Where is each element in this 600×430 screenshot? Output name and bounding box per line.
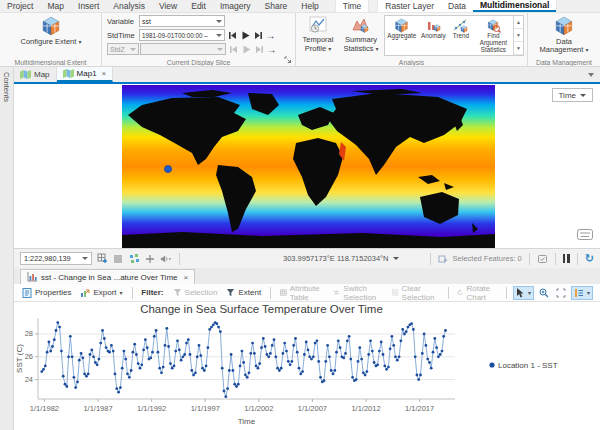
data-management-button[interactable]: Data Management ▾ xyxy=(534,14,594,55)
svg-text:24: 24 xyxy=(25,375,33,384)
view-tab-map[interactable]: Map xyxy=(14,67,57,82)
stdz-select[interactable]: StdZ xyxy=(107,43,139,55)
chart-area[interactable]: 2426281/1/19821/1/19871/1/19921/1/19971/… xyxy=(14,302,600,430)
legend-icon xyxy=(574,288,584,298)
map-scale-select[interactable]: 1:222,980,139 xyxy=(20,252,92,265)
stdz-next-slice-button[interactable]: → xyxy=(265,44,278,55)
combo-arrow-icon xyxy=(216,20,222,23)
tab-multidimensional[interactable]: Multidimensional xyxy=(473,0,556,12)
selected-features-icon xyxy=(438,254,449,264)
svg-text:1/1/2002: 1/1/2002 xyxy=(244,404,273,413)
combo-arrow-icon xyxy=(130,48,136,51)
time-slider-button[interactable]: Time xyxy=(552,88,593,102)
zoom-in-icon xyxy=(539,288,549,298)
tab-view[interactable]: View xyxy=(152,0,184,12)
divider xyxy=(448,287,449,299)
step-back-button[interactable] xyxy=(226,29,238,41)
stdtime-select[interactable]: 1981-09-01T00:00:00 – xyxy=(139,29,225,41)
refresh-button[interactable]: ↻ xyxy=(585,252,594,265)
summary-statistics-button[interactable]: Summary Statistics ▾ xyxy=(340,14,382,55)
basemap-square-icon[interactable] xyxy=(112,253,124,265)
chart-pointer-tool-button[interactable]: ▾ xyxy=(513,286,534,300)
next-slice-button[interactable]: → xyxy=(264,30,277,41)
checkbox-icon[interactable] xyxy=(537,254,548,264)
variable-value: sst xyxy=(142,18,151,25)
properties-button[interactable]: Properties xyxy=(19,287,74,299)
switch-arrows-icon xyxy=(333,288,340,297)
view-tab-map1[interactable]: Map1 × xyxy=(57,67,114,82)
trend-button[interactable]: Trend xyxy=(448,16,474,55)
tab-analysis[interactable]: Analysis xyxy=(106,0,152,12)
properties-label: Properties xyxy=(35,288,71,297)
onscreen-keyboard-icon[interactable] xyxy=(577,229,593,240)
export-label: Export xyxy=(93,288,116,297)
contents-panel-tab[interactable]: Contents xyxy=(0,67,14,430)
filter-by-selection-button[interactable]: Selection xyxy=(170,287,221,298)
snapping-icon[interactable] xyxy=(128,253,140,265)
chevron-down-icon xyxy=(393,257,399,260)
clear-selection-label: Clear Selection xyxy=(402,284,439,302)
tabstrip-overflow-chevron-icon[interactable] xyxy=(588,73,594,77)
export-icon xyxy=(80,288,90,298)
export-button[interactable]: Export ▾ xyxy=(77,287,125,299)
divider xyxy=(555,253,556,265)
gallery-expand[interactable]: ▼ xyxy=(514,42,523,55)
tab-edit[interactable]: Edit xyxy=(184,0,213,12)
full-extent-button[interactable] xyxy=(554,287,568,299)
tab-data[interactable]: Data xyxy=(441,0,473,12)
tab-share[interactable]: Share xyxy=(258,0,295,12)
stdz-step-back-button[interactable] xyxy=(227,43,239,55)
tab-raster-layer[interactable]: Raster Layer xyxy=(378,0,441,12)
tab-imagery[interactable]: Imagery xyxy=(213,0,258,12)
tab-help[interactable]: Help xyxy=(294,0,325,12)
tab-time[interactable]: Time xyxy=(336,0,369,12)
anomaly-button[interactable]: Anomaly xyxy=(419,16,449,55)
selected-features-count[interactable]: Selected Features: 0 xyxy=(453,254,522,263)
stdz-step-forward-button[interactable] xyxy=(253,43,265,55)
temporal-profile-button[interactable]: Temporal Profile ▾ xyxy=(298,14,338,55)
chart-icon xyxy=(27,272,37,282)
map-canvas[interactable]: Time xyxy=(14,84,600,248)
layer-grid-add-icon[interactable] xyxy=(96,253,108,265)
contextual-group-time: Time xyxy=(336,0,369,12)
group-label: Analysis xyxy=(296,59,527,66)
pause-drawing-button[interactable] xyxy=(563,254,570,263)
step-forward-button[interactable] xyxy=(252,29,264,41)
aggregate-icon xyxy=(394,18,409,33)
stdz-play-button[interactable] xyxy=(240,43,252,55)
tab-map[interactable]: Map xyxy=(40,0,71,12)
clear-selection-button[interactable]: Clear Selection xyxy=(389,283,441,303)
map-scale-value: 1:222,980,139 xyxy=(24,254,71,263)
configure-extent-button[interactable]: Configure Extent ▾ xyxy=(18,14,84,55)
close-tab-icon[interactable]: × xyxy=(184,273,189,282)
close-tab-icon[interactable]: × xyxy=(102,69,107,78)
play-button[interactable] xyxy=(239,29,251,41)
map-coordinates[interactable]: 303.9957173°E 118.7152034°N xyxy=(283,254,399,263)
clear-selection-icon xyxy=(392,288,398,297)
tab-project[interactable]: Project xyxy=(0,0,40,12)
gallery-scroll-down[interactable]: ▼ xyxy=(514,29,523,42)
rotate-chart-button[interactable]: Rotate Chart xyxy=(454,283,500,303)
stdz-value-select[interactable] xyxy=(140,43,226,55)
legend-toggle-button[interactable]: ▾ xyxy=(571,286,593,300)
aggregate-button[interactable]: Aggregate xyxy=(385,16,419,55)
chart-tab[interactable]: sst - Change in Sea ...ature Over Time × xyxy=(20,269,195,284)
svg-text:1/1/2012: 1/1/2012 xyxy=(351,404,380,413)
attribute-table-button[interactable]: Attribute Table xyxy=(277,283,328,303)
summary-statistics-icon xyxy=(352,16,370,34)
variable-select[interactable]: sst xyxy=(139,15,225,27)
find-argument-statistics-button[interactable]: Find Argument Statistics xyxy=(474,16,513,55)
divider xyxy=(132,287,133,299)
stdtime-value: 1981-09-01T00:00:00 – xyxy=(142,32,208,39)
find-argument-statistics-icon xyxy=(486,18,501,33)
group-label: Data Management xyxy=(528,59,600,66)
gallery-scroll-up[interactable]: ▲ xyxy=(514,16,523,29)
filter-by-extent-button[interactable]: Extent xyxy=(223,287,264,298)
group-analysis: Temporal Profile ▾ Summary Statistics ▾ … xyxy=(296,13,528,67)
audio-feedback-icon[interactable] xyxy=(160,253,172,265)
tab-insert[interactable]: Insert xyxy=(71,0,106,12)
crosshair-icon[interactable] xyxy=(144,253,156,265)
switch-selection-button[interactable]: Switch Selection xyxy=(330,283,386,303)
sst-time-series-chart[interactable]: 2426281/1/19821/1/19871/1/19921/1/19971/… xyxy=(14,302,600,430)
zoom-in-tool-button[interactable] xyxy=(537,287,551,299)
